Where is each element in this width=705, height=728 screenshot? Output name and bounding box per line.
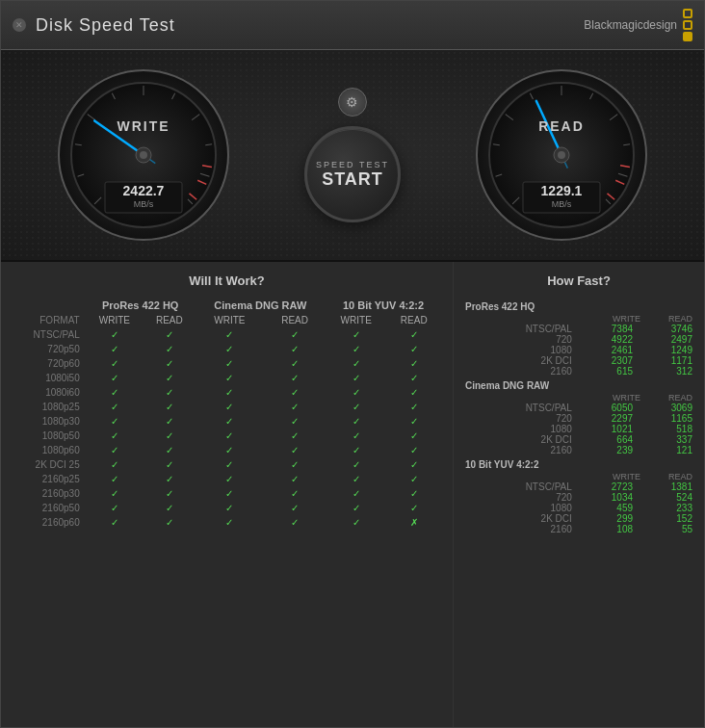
read-header-2: READ	[264, 313, 326, 327]
write-value: 4922	[578, 334, 640, 345]
codec-row: ProRes 422 HQ	[465, 298, 692, 314]
empty-header	[465, 472, 578, 481]
row-label: 2160	[465, 445, 578, 455]
table-row: 2160p60✓✓✓✓✓✗	[13, 515, 441, 530]
table-row: 1080p30✓✓✓✓✓✓	[13, 414, 441, 429]
check-cell: ✓	[144, 486, 196, 501]
read-value: 1249	[640, 345, 692, 355]
check-cell: ✓	[196, 501, 265, 515]
check-cell: ✓	[264, 501, 326, 515]
will-it-work-table: ProRes 422 HQ Cinema DNG RAW 10 Bit YUV …	[13, 298, 441, 530]
check-cell: ✓	[264, 400, 326, 414]
gauge-area: WRITE 2422.7 MB/s ⚙ SPEED TEST START	[1, 50, 704, 262]
read-header-3: READ	[386, 313, 441, 327]
start-button[interactable]: SPEED TEST START	[304, 126, 401, 222]
data-row: 7201034524	[465, 492, 692, 503]
format-cell: 720p60	[13, 356, 86, 371]
col-header: READ	[640, 472, 692, 481]
read-header-1: READ	[144, 313, 196, 327]
check-cell: ✓	[386, 472, 441, 486]
write-value: 6050	[578, 403, 640, 413]
check-cell: ✓	[144, 457, 196, 472]
row-label: NTSC/PAL	[465, 403, 578, 413]
svg-text:WRITE: WRITE	[118, 118, 170, 134]
read-value: 233	[640, 503, 692, 513]
row-label: 2160	[465, 366, 578, 377]
read-value: 1171	[640, 355, 692, 366]
how-fast-title: How Fast?	[465, 273, 692, 288]
check-cell: ✓	[196, 371, 265, 385]
format-col-header	[13, 298, 86, 313]
check-cell: ✓	[386, 457, 441, 472]
write-header-1: WRITE	[86, 313, 144, 327]
table-row: 1080p60✓✓✓✓✓✓	[13, 443, 441, 457]
check-cell: ✓	[264, 515, 326, 530]
col-header: WRITE	[578, 393, 640, 403]
read-value: 121	[640, 445, 692, 455]
start-button-main-label: START	[322, 169, 383, 190]
check-cell: ✓	[264, 385, 326, 400]
write-value: 1034	[578, 492, 640, 503]
check-cell: ✓	[264, 342, 326, 356]
format-cell: NTSC/PAL	[13, 327, 86, 342]
close-button[interactable]: ✕	[13, 18, 26, 32]
data-row: 10801021518	[465, 424, 692, 434]
check-cell: ✓	[196, 443, 265, 457]
table-row: NTSC/PAL✓✓✓✓✓✓	[13, 327, 441, 342]
format-cell: 2160p30	[13, 486, 86, 501]
check-cell: ✓	[196, 414, 265, 429]
format-cell: 1080i50	[13, 371, 86, 385]
format-cell: 2160p25	[13, 472, 86, 486]
logo-box-1	[683, 9, 692, 18]
write-value: 1021	[578, 424, 640, 434]
svg-point-43	[558, 151, 565, 159]
codec-row: 10 Bit YUV 4:2:2	[465, 455, 692, 472]
data-row: 216010855	[465, 524, 692, 534]
check-cell: ✓	[264, 472, 326, 486]
settings-button[interactable]: ⚙	[338, 88, 367, 117]
codec-label: ProRes 422 HQ	[465, 298, 692, 314]
check-cell: ✓	[86, 486, 144, 501]
svg-point-19	[140, 151, 147, 159]
format-cell: 2160p60	[13, 515, 86, 530]
empty-header	[465, 393, 578, 403]
check-cell: ✓	[196, 356, 265, 371]
format-cell: 1080p50	[13, 429, 86, 443]
will-it-work-title: Will It Work?	[13, 273, 441, 288]
svg-text:MB/s: MB/s	[134, 199, 154, 209]
check-cell: ✓	[386, 443, 441, 457]
svg-text:1229.1: 1229.1	[540, 183, 582, 198]
check-cell: ✗	[386, 515, 441, 530]
check-cell: ✓	[264, 327, 326, 342]
row-label: 720	[465, 492, 578, 503]
table-row: 720p60✓✓✓✓✓✓	[13, 356, 441, 371]
read-value: 518	[640, 424, 692, 434]
check-cell: ✓	[144, 515, 196, 530]
write-value: 2307	[578, 355, 640, 366]
codec-header-3: 10 Bit YUV 4:2:2	[326, 298, 441, 313]
col-header: READ	[640, 314, 692, 324]
format-label: FORMAT	[13, 313, 86, 327]
write-value: 239	[578, 445, 640, 455]
read-value: 55	[640, 524, 692, 534]
table-row: 1080i50✓✓✓✓✓✓	[13, 371, 441, 385]
check-cell: ✓	[326, 356, 386, 371]
check-cell: ✓	[86, 371, 144, 385]
check-cell: ✓	[144, 414, 196, 429]
check-cell: ✓	[386, 342, 441, 356]
write-value: 459	[578, 503, 640, 513]
check-cell: ✓	[196, 472, 265, 486]
data-row: NTSC/PAL60503069	[465, 403, 692, 413]
check-cell: ✓	[326, 472, 386, 486]
data-row: 72022971165	[465, 413, 692, 424]
format-cell: 1080p60	[13, 443, 86, 457]
check-cell: ✓	[86, 443, 144, 457]
data-row: NTSC/PAL73843746	[465, 324, 692, 334]
read-gauge-wrapper: READ 1229.1 MB/s	[475, 68, 648, 242]
check-cell: ✓	[144, 472, 196, 486]
svg-text:2422.7: 2422.7	[123, 183, 165, 198]
check-cell: ✓	[86, 414, 144, 429]
data-row: 2160239121	[465, 445, 692, 455]
codec-label: Cinema DNG RAW	[465, 377, 692, 393]
check-cell: ✓	[386, 371, 441, 385]
